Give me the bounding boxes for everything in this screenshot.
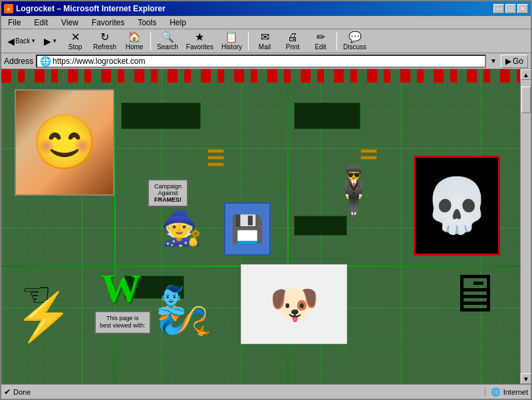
browser-window: e Logrocket – Microsoft Internet Explore… [0,0,532,400]
search-button[interactable]: 🔍 Search [154,31,182,51]
gates-photo: 😊 [15,89,114,196]
scroll-down-button[interactable]: ▼ [521,373,531,384]
scroll-up-button[interactable]: ▲ [521,69,531,80]
stop-icon: ✕ [71,32,80,43]
forward-dropdown-icon[interactable]: ▼ [52,38,57,44]
gold-pad-4 [360,149,377,153]
toolbar-separator-1 [150,32,151,51]
address-label: Address [4,57,33,66]
maximize-button[interactable]: □ [505,4,516,13]
title-bar-buttons: — □ ✕ [493,4,528,13]
best-viewed-line2: best viewed with: [100,322,146,330]
scroll-track[interactable] [521,80,531,373]
history-icon: 📋 [225,32,238,43]
wizard-figure: 🧙 [161,209,202,248]
history-button[interactable]: 📋 History [218,31,245,51]
home-icon: 🏠 [128,32,141,43]
genie-character: 🧞 [154,283,212,337]
campaign-line3: FRAMES! [154,196,182,203]
ic-chip-2 [294,102,360,129]
go-label: Go [513,57,523,66]
floppy-disk: 💾 [224,202,271,256]
content-area: 😊 💀 Campaign Against FRAMES! 🧙 [1,69,531,384]
menu-favorites[interactable]: Favorites [88,17,128,28]
best-viewed-badge: This page is best viewed with: [94,311,151,334]
go-arrow-icon: ▶ [505,57,511,66]
computer-icon: 🖥 [447,264,500,323]
menu-help[interactable]: Help [166,17,190,28]
best-viewed-line1: This page is [100,315,146,323]
gates-face-icon: 😊 [31,111,98,174]
discuss-button[interactable]: 💬 Discuss [340,31,370,51]
address-input[interactable] [53,57,482,66]
back-label: Back [15,37,30,45]
zone-text: Internet [503,388,528,396]
address-dropdown-icon[interactable]: ▼ [489,57,498,65]
status-right: 🌐 Internet [485,387,528,397]
menu-bar: File Edit View Favorites Tools Help [1,16,531,29]
favorites-label: Favorites [186,43,213,51]
home-label: Home [126,43,144,51]
ic-chip-1 [121,102,201,129]
status-zone: 🌐 Internet [485,387,528,397]
internet-zone-icon: 🌐 [491,387,501,397]
discuss-label: Discuss [343,43,366,51]
title-bar: e Logrocket – Microsoft Internet Explore… [1,1,531,16]
app-icon: e [4,4,13,13]
menu-edit[interactable]: Edit [30,17,52,28]
refresh-button[interactable]: ↻ Refresh [90,31,120,51]
forward-button[interactable]: ▶ ▼ [41,31,61,51]
blood-drip-decoration [1,69,520,83]
wizard-icon: 🧙 [161,210,202,247]
status-check-icon: ✔ [4,387,11,397]
gold-pad-1 [207,149,224,153]
status-text: Done [13,388,31,396]
stop-button[interactable]: ✕ Stop [62,31,88,51]
menu-file[interactable]: File [4,17,25,28]
campaign-line1: Campaign [154,183,182,190]
refresh-label: Refresh [93,43,116,51]
address-bar: Address 🌐 ▼ ▶ Go [1,53,531,69]
scroll-thumb[interactable] [521,87,531,113]
main-viewport[interactable]: 😊 💀 Campaign Against FRAMES! 🧙 [1,69,520,384]
businessman-figure: 🕴 [321,162,387,225]
vertical-scrollbar[interactable]: ▲ ▼ [520,69,531,384]
dog-icon: 🐶 [269,281,319,328]
status-bar: ✔ Done 🌐 Internet [1,384,531,399]
print-button[interactable]: 🖨 Print [279,31,306,51]
edit-label: Edit [315,43,326,51]
toolbar-separator-2 [248,32,249,51]
mail-button[interactable]: ✉ Mail [251,31,278,51]
gold-pad-5 [360,156,377,160]
search-icon: 🔍 [161,32,174,43]
favorites-icon: ★ [195,32,204,43]
menu-view[interactable]: View [57,17,82,28]
home-button[interactable]: 🏠 Home [121,31,148,51]
anime-icon: ⚡ [15,291,72,343]
minimize-button[interactable]: — [493,4,504,13]
print-icon: 🖨 [287,32,298,43]
status-left: ✔ Done [4,387,482,397]
close-button[interactable]: ✕ [517,4,528,13]
computer-image: 🖥 [447,263,500,324]
skull-image: 💀 [414,156,500,256]
discuss-icon: 💬 [348,32,362,43]
menu-tools[interactable]: Tools [134,17,160,28]
gold-pad-2 [207,156,224,160]
refresh-icon: ↻ [100,32,109,43]
floppy-icon: 💾 [231,214,264,245]
mail-label: Mail [259,43,271,51]
title-bar-left: e Logrocket – Microsoft Internet Explore… [4,4,166,13]
dog-image: 🐶 [241,264,347,344]
gold-pad-3 [207,162,224,166]
campaign-line2: Against [154,190,182,196]
page-icon: 🌐 [40,56,51,67]
edit-button[interactable]: ✏ Edit [307,31,334,51]
back-dropdown-icon[interactable]: ▼ [31,38,36,44]
edit-icon: ✏ [317,32,325,43]
favorites-button[interactable]: ★ Favorites [183,31,217,51]
go-button[interactable]: ▶ Go [501,55,528,68]
print-label: Print [286,43,300,51]
history-label: History [221,43,242,51]
back-button[interactable]: ◀ Back ▼ [4,31,39,51]
